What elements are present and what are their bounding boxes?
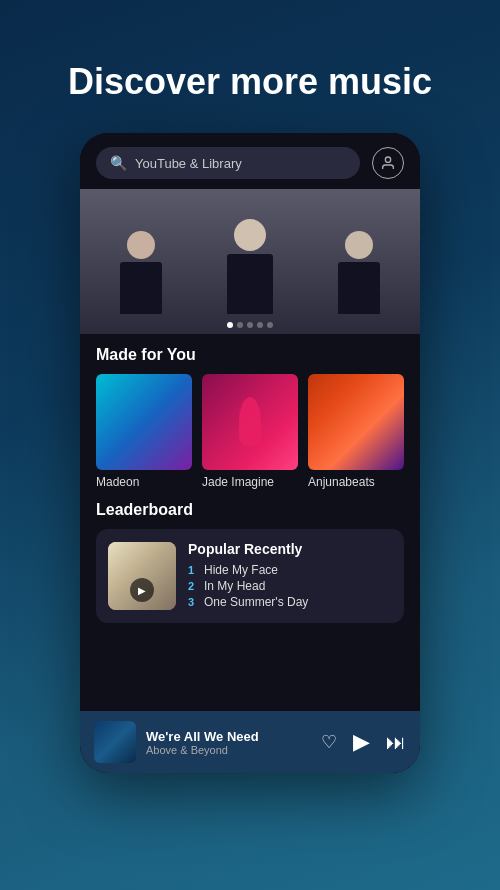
now-playing-controls: ♡ ▶ ⏭ [321, 729, 406, 755]
track-name-1: Hide My Face [204, 563, 278, 577]
card-madeon[interactable]: Madeon [96, 374, 192, 489]
leaderboard-playlist-name: Popular Recently [188, 541, 392, 557]
search-bar: 🔍 YouTube & Library [80, 133, 420, 189]
card-image-anjuna [308, 374, 404, 470]
card-image-madeon [96, 374, 192, 470]
card-label-anjuna: Anjunabeats [308, 475, 375, 489]
track-name-3: One Summer's Day [204, 595, 308, 609]
search-icon: 🔍 [110, 155, 127, 171]
dot-1[interactable] [227, 322, 233, 328]
now-playing-bar: We're All We Need Above & Beyond ♡ ▶ ⏭ [80, 711, 420, 773]
play-circle-icon[interactable]: ▶ [130, 578, 154, 602]
search-input-area[interactable]: 🔍 YouTube & Library [96, 147, 360, 179]
track-number-2: 2 [188, 580, 198, 592]
play-button[interactable]: ▶ [353, 729, 370, 755]
track-list: 1 Hide My Face 2 In My Head 3 One Summer… [188, 563, 392, 609]
leaderboard-section: Leaderboard ▶ Popular Recently 1 [80, 497, 420, 631]
carousel-dots [227, 322, 273, 328]
musician-right [338, 231, 380, 314]
made-for-you-title: Made for You [96, 346, 404, 364]
album-thumb-bg: ▶ [108, 542, 176, 610]
hero-title: Discover more music [48, 60, 452, 103]
dot-5[interactable] [267, 322, 273, 328]
search-placeholder-text: YouTube & Library [135, 156, 242, 171]
track-item-2: 2 In My Head [188, 579, 392, 593]
card-jade-imagine[interactable]: Jade Imagine [202, 374, 298, 489]
cards-row: Madeon Jade Imagine Anjunabeats [96, 374, 404, 489]
album-thumbnail: ▶ [108, 542, 176, 610]
dot-3[interactable] [247, 322, 253, 328]
now-playing-thumb-inner [94, 721, 136, 763]
track-name-2: In My Head [204, 579, 265, 593]
card-label-madeon: Madeon [96, 475, 139, 489]
leaderboard-info: Popular Recently 1 Hide My Face 2 In My … [188, 541, 392, 611]
now-playing-thumbnail [94, 721, 136, 763]
leaderboard-title: Leaderboard [96, 501, 404, 519]
now-playing-info: We're All We Need Above & Beyond [146, 729, 311, 756]
musicians-group [80, 189, 420, 334]
made-for-you-section: Made for You Madeon Jade Imagine [80, 334, 420, 497]
track-number-1: 1 [188, 564, 198, 576]
musician-left [120, 231, 162, 314]
card-label-jade: Jade Imagine [202, 475, 274, 489]
dot-4[interactable] [257, 322, 263, 328]
track-item-3: 3 One Summer's Day [188, 595, 392, 609]
phone-screen: 🔍 YouTube & Library [80, 133, 420, 773]
leaderboard-card[interactable]: ▶ Popular Recently 1 Hide My Face 2 In M… [96, 529, 404, 623]
profile-icon[interactable] [372, 147, 404, 179]
card-image-jade [202, 374, 298, 470]
track-item-1: 1 Hide My Face [188, 563, 392, 577]
card-anjunabeats[interactable]: Anjunabeats [308, 374, 404, 489]
skip-next-button[interactable]: ⏭ [386, 731, 406, 754]
now-playing-artist: Above & Beyond [146, 744, 311, 756]
heart-button[interactable]: ♡ [321, 731, 337, 753]
dot-2[interactable] [237, 322, 243, 328]
phone-mockup: 🔍 YouTube & Library [80, 133, 420, 773]
track-number-3: 3 [188, 596, 198, 608]
musician-center [227, 219, 273, 314]
svg-point-0 [385, 157, 390, 162]
now-playing-title: We're All We Need [146, 729, 311, 744]
hero-banner [80, 189, 420, 334]
